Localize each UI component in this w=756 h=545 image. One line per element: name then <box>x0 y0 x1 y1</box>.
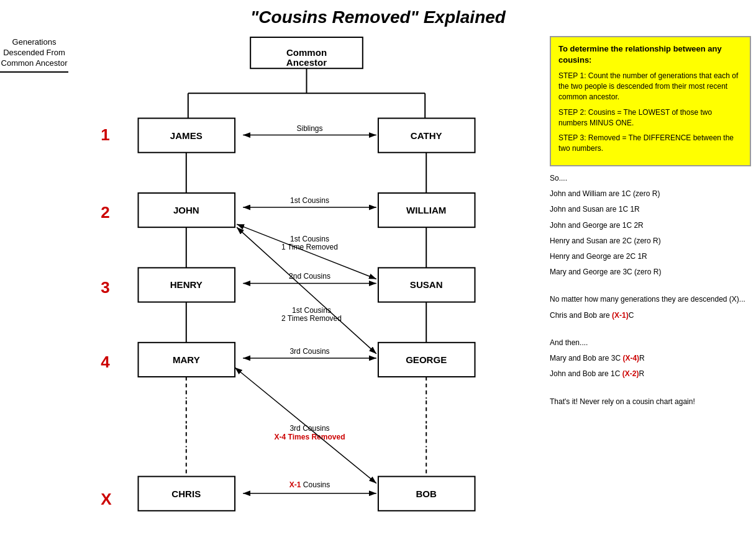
extra-info: So.... John and William are 1C (zero R)J… <box>550 173 751 408</box>
john-label: JOHN <box>173 205 199 215</box>
step3-text: STEP 3: Removed = The DIFFERENCE between… <box>558 133 742 154</box>
mary-label: MARY <box>173 354 200 365</box>
gen-3: 3 <box>101 278 110 297</box>
first-cousins-2r-label: 1st Cousins <box>292 306 331 315</box>
step2-text: STEP 2: Cousins = The LOWEST of those tw… <box>558 107 742 128</box>
siblings-label: Siblings <box>296 124 322 133</box>
generations-label: Generations Descended From Common Ancest… <box>0 37 68 73</box>
gen-2: 2 <box>101 203 110 222</box>
extra-line: John and Susan are 1C 1R <box>550 204 751 215</box>
extra-para2b: Chris and Bob are (X-1)C <box>550 310 751 322</box>
extra-line: Henry and George are 2C 1R <box>550 251 751 263</box>
first-cousins-1r-sub-label: 1 Time Removed <box>281 243 338 251</box>
chris-label: CHRIS <box>171 489 201 499</box>
extra-line: John and George are 1C 2R <box>550 220 751 232</box>
extra-intro: So.... <box>550 173 751 184</box>
extra-ending: That's it! Never rely on a cousin chart … <box>550 396 751 408</box>
extra-line: Henry and Susan are 2C (zero R) <box>550 235 751 247</box>
susan-label: SUSAN <box>410 279 443 290</box>
common-ancestor-label: Common <box>286 47 327 58</box>
svg-line-38 <box>235 367 376 484</box>
gen-1: 1 <box>101 125 110 144</box>
first-cousins-label: 1st Cousins <box>290 196 329 205</box>
james-label: JAMES <box>170 130 203 141</box>
first-cousins-2r-sub-label: 2 Times Removed <box>281 314 342 323</box>
extra-para3c: John and Bob are 1C (X-2)R <box>550 368 751 380</box>
extra-para3: And then.... <box>550 337 751 349</box>
page-title: "Cousins Removed" Explained <box>0 0 756 31</box>
first-cousins-1r-label: 1st Cousins <box>290 235 329 243</box>
gen-4: 4 <box>101 353 110 371</box>
extra-line: Mary and George are 3C (zero R) <box>550 266 751 278</box>
third-cousins-label: 3rd Cousins <box>289 347 329 356</box>
cathy-label: CATHY <box>411 130 442 141</box>
bob-label: BOB <box>416 489 437 499</box>
info-box: To determine the relationship between an… <box>550 36 751 166</box>
extra-para2: No matter how many generations they are … <box>550 294 751 305</box>
extra-lines: John and William are 1C (zero R)John and… <box>550 188 751 278</box>
extra-para3b: Mary and Bob are 3C (X-4)R <box>550 353 751 364</box>
x1-cousins-label: X-1 Cousins <box>289 480 330 489</box>
henry-label: HENRY <box>170 279 203 290</box>
step1-text: STEP 1: Count the number of generations … <box>558 71 742 102</box>
info-box-title: To determine the relationship between an… <box>558 43 742 66</box>
x4-times-removed-label: X-4 Times Removed <box>274 433 345 441</box>
william-label: WILLIAM <box>406 205 446 215</box>
gen-x: X <box>101 490 112 508</box>
extra-line: John and William are 1C (zero R) <box>550 188 751 200</box>
common-ancestor-label2: Ancestor <box>286 57 327 68</box>
george-label: GEORGE <box>406 354 447 365</box>
